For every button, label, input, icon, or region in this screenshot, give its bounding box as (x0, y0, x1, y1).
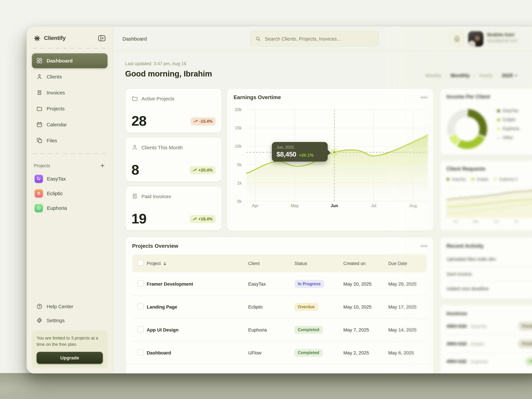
legend-label: Ecliptic (503, 117, 516, 122)
cell-due: May 6, 2025 (388, 350, 427, 355)
sidebar-item-invoices[interactable]: Invoices (32, 85, 108, 100)
row-checkbox[interactable] (137, 303, 144, 310)
top-bar: Dashboard Ibrahim Asiri iasiri@gmail.com (113, 27, 532, 51)
y-tick: 1k (237, 181, 241, 186)
sidebar-item-files[interactable]: Files (32, 133, 108, 148)
more-options-button[interactable] (421, 96, 427, 100)
cell-created: May 20, 2025 (343, 281, 388, 287)
main-area: Dashboard Ibrahim Asiri iasiri@gmail.com (113, 27, 532, 373)
cell-client: Euphoria (248, 327, 294, 332)
sidebar-item-dashboard[interactable]: Dashboard (32, 53, 108, 68)
stat-card-active-projects: Active Projects 28 -15.4% (125, 88, 222, 133)
stat-label: Active Projects (141, 96, 174, 101)
card-title: Income Per Client (446, 94, 490, 100)
sidebar-item-calendar[interactable]: Calendar (32, 117, 108, 132)
period-monthly[interactable]: Monthly (451, 73, 470, 78)
breadcrumb: Dashboard (122, 36, 147, 42)
invoice-number: #INV-033 (446, 341, 467, 346)
sidebar-item-clients[interactable]: Clients (32, 69, 108, 84)
screen: Clientify Dashboard (0, 0, 532, 399)
stat-value: 19 (131, 212, 146, 225)
table-row[interactable]: DashboardUFlowCompletedMay 2, 2025May 6,… (132, 341, 427, 364)
sidebar-project-ecliptic[interactable]: Ecliptic (32, 186, 108, 200)
legend-item: Euphoria 3 (494, 177, 517, 181)
client-requests-card: Client Requests EasyTaxEclipticEuphoria … (439, 160, 532, 231)
sidebar-item-settings[interactable]: Settings (32, 313, 108, 327)
column-header-due: Due Date (388, 261, 427, 266)
recent-activity-card: Recent Activity Uploaded files indie dev… (439, 237, 532, 299)
notifications-button[interactable] (449, 31, 464, 47)
sidebar-footer: Help Center Settings You are limited to … (32, 299, 108, 368)
column-header-created: Created on (343, 261, 388, 266)
sidebar-item-projects[interactable]: Projects (32, 101, 108, 116)
period-yearly[interactable]: Yearly (479, 73, 492, 78)
status-badge: Completed (294, 326, 323, 334)
more-options-button[interactable] (421, 244, 427, 248)
invoice-list: #INV-034- EasyTaxPending#INV-033- Eclipt… (446, 317, 532, 370)
sidebar-project-euphoria[interactable]: Euphoria (32, 200, 108, 215)
y-tick: 10k (235, 144, 241, 149)
sidebar-project-easytax[interactable]: EasyTax (32, 171, 108, 186)
cell-client: UFlow (248, 350, 294, 355)
trend-up-icon (193, 217, 197, 221)
sidebar-collapse-button[interactable] (97, 34, 106, 43)
chart-tooltip: Jun, 2025 $8,450 +20.1% (272, 142, 328, 162)
logo-row: Clientify (32, 33, 108, 47)
user-info[interactable]: Ibrahim Asiri iasiri@gmail.com (487, 32, 518, 43)
row-checkbox-cell (132, 326, 147, 333)
folder-icon (36, 106, 43, 112)
invoice-status-badge: Paid (525, 357, 532, 366)
card-title: Projects Overview (132, 243, 178, 249)
column-header-project[interactable]: Project (147, 261, 248, 266)
row-checkbox[interactable] (137, 280, 144, 287)
table-row[interactable]: App UI DesignEuphoriaCompletedMay 7, 202… (132, 318, 427, 341)
trend-badge: -15.4% (191, 117, 215, 125)
sidebar-item-label: Files (47, 138, 57, 143)
cell-due: May 17, 2025 (388, 304, 427, 310)
trend-badge: +18.4% (190, 215, 216, 223)
x-axis-labels: AprMayJunJulAug (246, 204, 428, 210)
legend-label: Euphoria 3 (500, 177, 517, 181)
row-checkbox[interactable] (137, 326, 144, 332)
sidebar: Clientify Dashboard (27, 27, 113, 373)
tooltip-value: $8,450 (277, 151, 296, 158)
row-checkbox[interactable] (137, 349, 144, 355)
table-row[interactable]: Framer DevelopmentEasyTaxIn ProgressMay … (132, 272, 427, 295)
cell-created: May 10, 2025 (343, 304, 388, 310)
period-weekly[interactable]: Weekly (425, 73, 442, 78)
sidebar-item-label: Invoices (47, 90, 65, 95)
project-label: Euphoria (47, 205, 67, 211)
activity-list: Uploaded files indie devSent invoiceAdde… (446, 252, 532, 296)
cell-created: May 2, 2025 (343, 350, 388, 355)
cell-created: May 7, 2025 (343, 327, 388, 332)
status-badge: Overdue (294, 303, 318, 311)
row-checkbox-cell (132, 280, 147, 287)
select-all-checkbox[interactable] (137, 260, 144, 266)
legend-item: Other (497, 135, 519, 140)
brand-name: Clientify (44, 35, 95, 42)
x-tick: Jul (514, 220, 518, 223)
user-avatar[interactable] (468, 31, 483, 47)
upgrade-button[interactable]: Upgrade (37, 352, 103, 364)
sidebar-item-help-center[interactable]: Help Center (32, 299, 108, 313)
trend-up-icon (194, 119, 198, 123)
column-header-client: Client (248, 261, 294, 266)
search-input[interactable] (264, 36, 374, 42)
cell-project: App UI Design (147, 327, 248, 332)
invoices-card: Invoices #INV-034- EasyTaxPending#INV-03… (439, 304, 532, 373)
divider (33, 48, 107, 49)
add-project-button[interactable] (100, 162, 106, 168)
calendar-icon (36, 121, 43, 128)
invoice-item: #INV-034- EasyTaxPending (446, 317, 532, 335)
upgrade-text: You are limited to 3 projects at a time … (37, 335, 103, 348)
cell-status: Completed (294, 349, 343, 357)
legend-item: EasyTax (446, 177, 466, 181)
status-badge: Completed (294, 349, 323, 357)
table-row[interactable]: Landing PageEclipticOverdueMay 10, 2025M… (132, 295, 427, 318)
separator: | (474, 73, 475, 78)
year-selector[interactable]: 2025 (502, 73, 518, 78)
income-per-client-card: Income Per Client EasyTaxEclipticEuphori… (439, 88, 532, 155)
search-bar (250, 31, 379, 47)
x-tick: May (291, 204, 299, 208)
stat-card-paid-invoices: Paid Invoices 19 +18.4% (125, 186, 222, 231)
